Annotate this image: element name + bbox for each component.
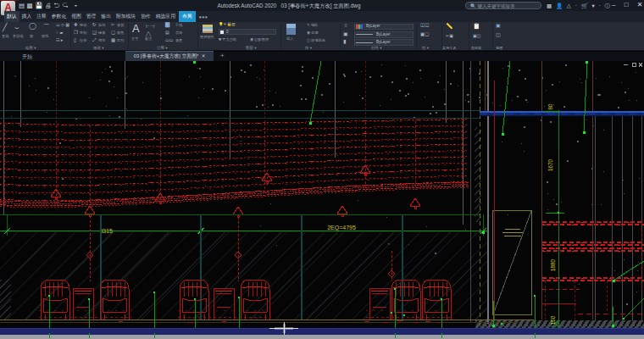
svg-text:2EQ=4795: 2EQ=4795: [327, 225, 356, 231]
svg-text:1880: 1880: [550, 259, 556, 272]
svg-text:80: 80: [547, 103, 553, 110]
svg-text:1670: 1670: [547, 159, 553, 172]
